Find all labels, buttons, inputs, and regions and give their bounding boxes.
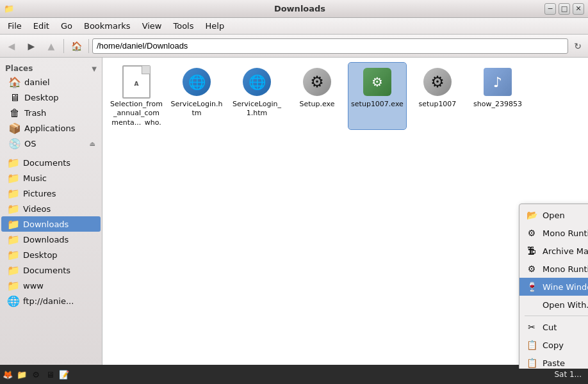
file-item-5[interactable]: ⚙ setup1007 xyxy=(409,63,466,129)
file-item-4[interactable]: ⚙ setup1007.exe xyxy=(348,63,406,129)
file-icon-wrapper: ⚙ xyxy=(422,67,453,97)
sidebar-bookmark-4[interactable]: 📁Downloads xyxy=(1,216,101,232)
sidebar-bookmark-7[interactable]: 📁Documents xyxy=(1,262,101,278)
bookmark-label: Desktop xyxy=(23,250,58,260)
sidebar-place-os[interactable]: 💿OS⏏ xyxy=(1,136,101,151)
sidebar-icon: 📦 xyxy=(9,122,20,134)
eject-icon[interactable]: ⏏ xyxy=(90,140,95,147)
sidebar-bookmark-1[interactable]: 📁Music xyxy=(1,170,101,186)
sidebar-place-desktop[interactable]: 🖥Desktop xyxy=(1,90,101,105)
close-button[interactable]: ✕ xyxy=(573,3,584,15)
file-icon-wrapper: ♪ xyxy=(482,67,513,97)
sidebar-bookmark-8[interactable]: 📁www xyxy=(1,278,101,293)
main-area: Places▼🏠daniel🖥Desktop🗑Trash📦Application… xyxy=(0,58,588,369)
sidebar-place-trash[interactable]: 🗑Trash xyxy=(1,105,101,120)
up-button[interactable]: ▲ xyxy=(42,37,60,55)
bookmark-icon: 📁 xyxy=(8,264,19,276)
file-item-2[interactable]: 🌐 ServiceLogin_1.htm xyxy=(228,63,286,129)
sidebar-item-label: daniel xyxy=(24,77,50,87)
address-bar[interactable] xyxy=(92,38,568,54)
menu-item-go[interactable]: Go xyxy=(56,19,78,33)
bookmark-icon: 📁 xyxy=(8,249,19,260)
context-menu: 📂Open⚙Mono Runtime🗜Archive Manager⚙Mono … xyxy=(519,204,588,369)
menu-item-bookmarks[interactable]: Bookmarks xyxy=(79,19,136,33)
places-arrow[interactable]: ▼ xyxy=(92,65,97,72)
bookmark-icon: 📁 xyxy=(8,203,19,214)
file-item-1[interactable]: 🌐 ServiceLogin.htm xyxy=(168,63,225,129)
file-name: setup1007.exe xyxy=(351,100,404,109)
ctx-icon: 📋 xyxy=(526,357,537,369)
exe-icon: ⚙ xyxy=(363,68,391,96)
ctx-label: Cut xyxy=(543,323,557,332)
sidebar-bookmark-0[interactable]: 📁Documents xyxy=(1,155,101,170)
sidebar-place-applications[interactable]: 📦Applications xyxy=(1,120,101,136)
file-name: setup1007 xyxy=(419,100,457,109)
taskbar-app-3[interactable]: 🖥 xyxy=(44,368,56,381)
file-icon-wrapper: A xyxy=(121,67,152,97)
ctx-icon: 📂 xyxy=(526,209,537,221)
taskbar-app-2[interactable]: ⚙ xyxy=(29,368,42,381)
menu-item-file[interactable]: File xyxy=(3,19,27,33)
sidebar-bookmark-9[interactable]: 🌐ftp://danie... xyxy=(1,293,101,308)
forward-button[interactable]: ▶ xyxy=(22,37,40,55)
sidebar-item-label: Desktop xyxy=(24,93,59,102)
ctx-icon: ✂ xyxy=(526,321,537,333)
bookmark-label: Downloads xyxy=(23,235,69,244)
titlebar-controls: − □ ✕ xyxy=(544,3,584,15)
ctx-icon: ⚙ xyxy=(526,227,537,239)
titlebar-title: Downloads xyxy=(55,4,544,13)
file-name: Setup.exe xyxy=(299,100,334,109)
ctx-divider xyxy=(525,316,588,316)
ctx-item-wine-windows-program-loader[interactable]: 🍷Wine Windows Program Loader xyxy=(519,278,588,296)
sidebar-icon: 🏠 xyxy=(9,76,20,88)
toolbar-separator-2 xyxy=(88,39,89,53)
ctx-icon: 📋 xyxy=(526,339,537,351)
taskbar-app-1[interactable]: 📁 xyxy=(15,368,28,381)
reload-button[interactable]: ↻ xyxy=(570,38,585,54)
gear-icon: ⚙ xyxy=(423,68,452,96)
minimize-button[interactable]: − xyxy=(544,3,556,15)
taskbar-app-4[interactable]: 📝 xyxy=(58,368,70,381)
sidebar-item-label: OS xyxy=(24,139,36,148)
ctx-item-mono-runtime[interactable]: ⚙Mono Runtime xyxy=(519,224,588,242)
bookmark-label: www xyxy=(23,281,44,291)
menu-item-edit[interactable]: Edit xyxy=(28,19,54,33)
sidebar-place-daniel[interactable]: 🏠daniel xyxy=(1,74,101,90)
sidebar-bookmark-5[interactable]: 📁Downloads xyxy=(1,232,101,247)
back-button[interactable]: ◀ xyxy=(3,37,20,55)
home-button[interactable]: 🏠 xyxy=(67,37,85,55)
taskbar: 🦊📁⚙🖥📝Sat 1... xyxy=(0,365,588,384)
file-area[interactable]: A Selection_from_annual_commenta..._who.… xyxy=(102,58,588,369)
menu-item-tools[interactable]: Tools xyxy=(168,19,199,33)
file-grid: A Selection_from_annual_commenta..._who.… xyxy=(108,63,583,129)
file-item-6[interactable]: ♪ show_239853 xyxy=(469,63,527,129)
maximize-button[interactable]: □ xyxy=(559,3,570,15)
sidebar-bookmark-6[interactable]: 📁Desktop xyxy=(1,247,101,262)
sidebar-bookmark-3[interactable]: 📁Videos xyxy=(1,201,101,216)
menu-item-view[interactable]: View xyxy=(137,19,167,33)
toolbar: ◀ ▶ ▲ 🏠 ↻ xyxy=(0,35,588,58)
file-icon-wrapper: 🌐 xyxy=(181,67,212,97)
bookmark-label: Music xyxy=(23,173,47,183)
file-item-0[interactable]: A Selection_from_annual_commenta..._who.… xyxy=(108,63,165,129)
gear-icon: ⚙ xyxy=(303,68,331,96)
app-icon: 📁 xyxy=(4,4,14,13)
sidebar-bookmark-2[interactable]: 📁Pictures xyxy=(1,186,101,201)
file-name: Selection_from_annual_commenta..._who.pd… xyxy=(110,100,163,125)
ctx-item-open[interactable]: 📂Open xyxy=(519,206,588,224)
taskbar-app-0[interactable]: 🦊 xyxy=(1,368,14,381)
bookmark-label: Videos xyxy=(23,204,51,214)
bookmark-label: Pictures xyxy=(23,189,56,198)
file-item-3[interactable]: ⚙ Setup.exe xyxy=(288,63,346,129)
ctx-item-archive-manager[interactable]: 🗜Archive Manager xyxy=(519,242,588,260)
bookmark-label: Documents xyxy=(23,158,70,168)
ctx-item-open-with...[interactable]: Open With... xyxy=(519,296,588,314)
bookmark-label: Documents xyxy=(23,266,70,275)
ctx-item-copy[interactable]: 📋Copy xyxy=(519,336,588,354)
file-name: show_239853 xyxy=(473,100,522,109)
menu-item-help[interactable]: Help xyxy=(200,19,230,33)
ctx-label: Open xyxy=(543,211,565,220)
ctx-item-mono-runtime-(terminal)[interactable]: ⚙Mono Runtime (Terminal) xyxy=(519,260,588,278)
ctx-item-cut[interactable]: ✂Cut xyxy=(519,318,588,336)
ctx-item-paste[interactable]: 📋Paste xyxy=(519,354,588,369)
